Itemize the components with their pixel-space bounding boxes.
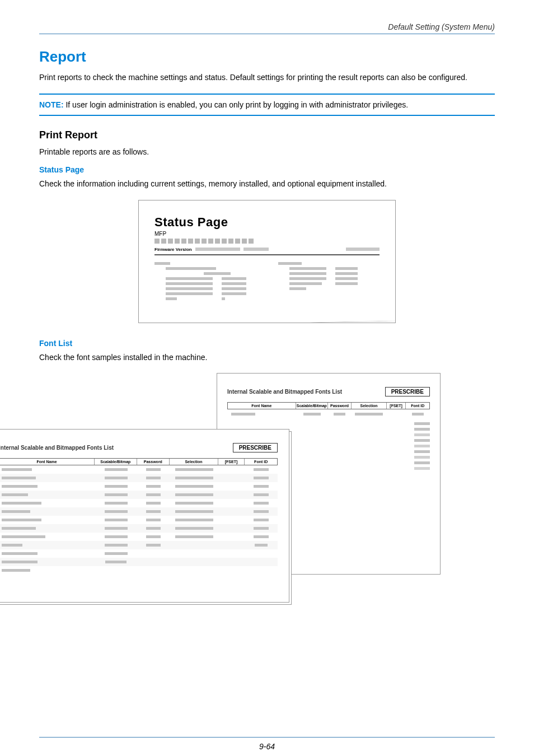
placeholder-bar	[346, 248, 380, 251]
font-figure-title: Internal Scalable and Bitmapped Fonts Li…	[227, 389, 342, 395]
placeholder-bar	[195, 248, 240, 251]
firmware-row: Firmware Version	[154, 247, 380, 252]
font-list-desc: Check the font samples installed in the …	[39, 352, 495, 363]
table-header-front: Font Name Scalable/Bitmap Password Selec…	[0, 458, 278, 465]
note-label: NOTE:	[39, 100, 64, 109]
status-page-desc: Check the information including current …	[39, 179, 495, 190]
status-page-figure: Status Page MFP Firmware Version	[39, 200, 495, 323]
status-columns	[154, 260, 380, 302]
table-header: Font Name Scalable/Bitmap Password Selec…	[227, 402, 430, 409]
font-list-figure: Internal Scalable and Bitmapped Fonts Li…	[39, 373, 495, 608]
status-figure-title: Status Page	[154, 215, 380, 230]
font-list-heading: Font List	[39, 339, 495, 348]
status-figure-sub: MFP	[154, 231, 380, 237]
decorative-squares	[154, 239, 380, 244]
placeholder-bar	[243, 248, 269, 251]
note-block: NOTE: If user login administration is en…	[39, 94, 495, 116]
header-rule: Default Setting (System Menu)	[39, 22, 495, 34]
page-curl-decoration	[295, 320, 396, 323]
header-breadcrumb: Default Setting (System Menu)	[39, 22, 495, 31]
print-report-heading: Print Report	[39, 129, 495, 141]
note-text: If user login administration is enabled,…	[64, 100, 409, 109]
font-figure-title-front: Internal Scalable and Bitmapped Fonts Li…	[0, 445, 114, 451]
font-figure-badge-front: PRESCRIBE	[233, 443, 278, 452]
table-body	[0, 465, 278, 575]
font-figure-badge: PRESCRIBE	[385, 387, 430, 396]
page-number: 9-64	[39, 737, 495, 751]
section-title: Report	[39, 48, 495, 66]
intro-text: Print reports to check the machine setti…	[39, 72, 495, 83]
divider	[154, 254, 380, 255]
print-report-intro: Printable reports are as follows.	[39, 147, 495, 158]
status-page-heading: Status Page	[39, 165, 495, 174]
firmware-label: Firmware Version	[154, 247, 192, 252]
font-page-front: Internal Scalable and Bitmapped Fonts Li…	[0, 429, 289, 603]
